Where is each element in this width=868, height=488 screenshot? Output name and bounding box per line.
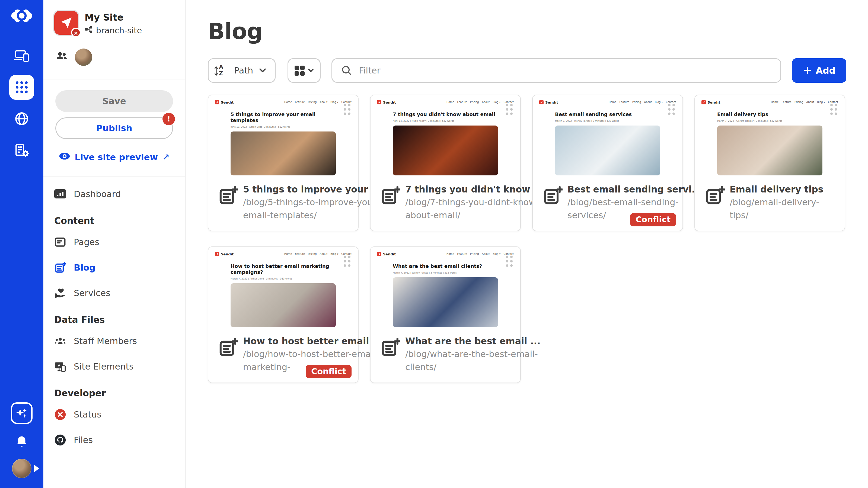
preview-brand: Sendit [545, 100, 558, 104]
chevron-down-icon [308, 68, 314, 73]
github-icon [54, 434, 66, 446]
document-plus-icon [380, 336, 405, 373]
plus-icon: + [803, 64, 812, 76]
document-plus-icon [542, 184, 567, 222]
sidebar-item-blog[interactable]: Blog [43, 255, 185, 280]
blog-card[interactable]: Sendit HomeFeaturePricingAboutBlog ▾Cont… [532, 95, 683, 231]
preview-title: Email delivery tips [717, 111, 823, 118]
ai-sparkles-icon[interactable] [11, 402, 33, 424]
conflict-badge: Conflict [630, 213, 676, 226]
preview-nav-item: Home [771, 101, 778, 104]
notifications-bell-icon[interactable] [14, 435, 29, 451]
preview-nav-item: Contact [504, 252, 514, 255]
collaborator-avatar[interactable] [75, 48, 92, 66]
drag-handle-icon[interactable] [668, 104, 675, 115]
preview-nav-item: Blog ▾ [817, 101, 825, 104]
site-thumbnail[interactable]: × [54, 11, 78, 35]
preview-nav: HomeFeaturePricingAboutBlog ▾Contact [771, 101, 838, 104]
card-footer: How to host better email... /blog/how-to… [208, 334, 358, 373]
blog-card[interactable]: Sendit HomeFeaturePricingAboutBlog ▾Cont… [370, 247, 521, 383]
preview-brand: Sendit [707, 100, 720, 104]
sendit-logo-icon [539, 100, 544, 104]
sidebar-item-staff-members[interactable]: Staff Members [43, 328, 185, 354]
preview-brand: Sendit [383, 252, 396, 256]
conflict-badge: Conflict [306, 365, 351, 378]
preview-nav-item: Blog ▾ [330, 101, 338, 104]
preview-nav-item: Contact [828, 101, 838, 104]
blog-card[interactable]: Sendit HomeFeaturePricingAboutBlog ▾Cont… [370, 95, 521, 231]
dashboard-icon [54, 188, 66, 200]
card-title: Best email sending servi... [567, 184, 702, 195]
filter-field[interactable] [332, 58, 781, 83]
sendit-logo-icon [702, 100, 706, 104]
preview-nav-item: Pricing [470, 252, 479, 255]
preview-title: 7 things you didn't know about email [393, 111, 498, 118]
external-link-arrow-icon: ↗ [162, 152, 169, 162]
card-title: 7 things you didn't know ... [405, 184, 544, 195]
drag-handle-icon[interactable] [344, 256, 350, 267]
blog-card[interactable]: Sendit HomeFeaturePricingAboutBlog ▾Cont… [208, 247, 359, 383]
sendit-logo-icon [215, 252, 219, 256]
sidebar-item-status[interactable]: Status [43, 402, 185, 427]
sidebar-item-pages[interactable]: Pages [43, 229, 185, 255]
sidebar-item-services[interactable]: Services [43, 280, 185, 306]
filter-input[interactable] [359, 65, 771, 76]
preview-nav-item: Pricing [308, 252, 316, 255]
devices-icon[interactable] [9, 43, 34, 68]
document-plus-icon [380, 184, 405, 222]
publish-button[interactable]: Publish ! [55, 118, 173, 139]
preview-nav-item: Blog ▾ [493, 252, 500, 255]
sort-dropdown[interactable]: AZ Path [208, 58, 276, 83]
globe-icon[interactable] [9, 106, 34, 131]
document-plus-icon [218, 336, 243, 373]
view-mode-dropdown[interactable] [287, 58, 321, 83]
preview-nav-item: Feature [782, 101, 792, 104]
user-avatar[interactable] [12, 459, 31, 478]
preview-title: How to host better email marketing campa… [230, 263, 336, 275]
site-settings-icon[interactable] [9, 138, 34, 163]
sidebar-section-content: Content [43, 207, 185, 229]
drag-handle-icon[interactable] [830, 104, 837, 115]
preview-nav-item: Home [284, 101, 292, 104]
sidebar-item-dashboard[interactable]: Dashboard [43, 182, 185, 207]
chevron-down-icon [259, 68, 266, 73]
preview-nav-item: Contact [341, 252, 351, 255]
sidebar-section-data-files: Data Files [43, 306, 185, 328]
preview-nav-item: Contact [666, 101, 676, 104]
apps-grid-icon[interactable] [9, 75, 34, 100]
preview-image [393, 126, 498, 175]
save-button[interactable]: Save [55, 90, 173, 112]
drag-handle-icon[interactable] [344, 104, 350, 115]
sidebar-item-site-elements[interactable]: Site Elements [43, 354, 185, 379]
blog-card[interactable]: Sendit HomeFeaturePricingAboutBlog ▾Cont… [694, 95, 845, 231]
live-site-preview-link[interactable]: Live site preview ↗ [55, 152, 173, 162]
preview-nav-item: Home [609, 101, 616, 104]
preview-meta: June 10, 2022 | Aaron Britt | 3 minutes … [230, 126, 306, 128]
preview-nav-item: Feature [457, 101, 467, 104]
drag-handle-icon[interactable] [506, 104, 513, 115]
card-preview: Sendit HomeFeaturePricingAboutBlog ▾Cont… [695, 95, 845, 182]
preview-image [230, 131, 336, 175]
sort-value: Path [234, 65, 253, 76]
blog-card[interactable]: Sendit HomeFeaturePricingAboutBlog ▾Cont… [208, 95, 359, 231]
preview-nav-item: About [320, 101, 328, 104]
preview-nav-item: Pricing [632, 101, 641, 104]
preview-meta: March 7, 2022 | Gerard Hopper | 3 minute… [717, 120, 793, 122]
close-icon[interactable]: × [71, 28, 81, 37]
site-sidebar: × My Site branch-site [43, 0, 186, 488]
card-preview: Sendit HomeFeaturePricingAboutBlog ▾Cont… [533, 95, 682, 182]
card-path: /blog/7-things-you-didnt-know-about-emai… [405, 196, 544, 222]
card-path: /blog/5-things-to-improve-your-email-tem… [243, 196, 381, 222]
card-path: /blog/what-are-the-best-email-clients/ [405, 348, 540, 373]
sidebar-item-files[interactable]: Files [43, 427, 185, 453]
add-button[interactable]: + Add [792, 58, 846, 83]
expand-arrow-icon[interactable] [34, 465, 39, 472]
pages-icon [54, 236, 66, 248]
sidebar-section-developer: Developer [43, 379, 185, 402]
card-grid: Sendit HomeFeaturePricingAboutBlog ▾Cont… [208, 95, 846, 383]
preview-meta: March 7, 2022 | Arthur Cond | 3 minutes … [230, 278, 306, 280]
card-preview: Sendit HomeFeaturePricingAboutBlog ▾Cont… [208, 95, 358, 182]
alert-badge-icon: ! [162, 113, 175, 125]
drag-handle-icon[interactable] [506, 256, 513, 267]
card-footer: 5 things to improve your ... /blog/5-thi… [208, 182, 358, 222]
